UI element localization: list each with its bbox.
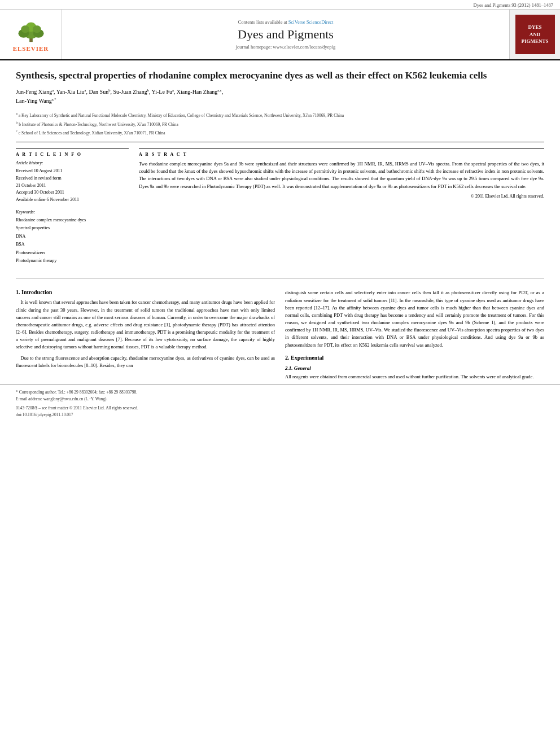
available-date: Available online 6 November 2011 <box>16 196 129 204</box>
article-info-label: A R T I C L E I N F O <box>16 148 129 157</box>
journal-title: Dyes and Pigments <box>238 27 334 42</box>
sup-a-star: a,* <box>52 97 56 101</box>
affiliation-b: b b Institute of Photonics & Photon-Tech… <box>16 120 544 128</box>
keywords-label: Keywords: <box>16 209 129 215</box>
journal-homepage: journal homepage: www.elsevier.com/locat… <box>236 44 335 50</box>
paper-content: Synthesis, spectral properties of rhodan… <box>0 60 560 274</box>
affiliations: a a Key Laboratory of Synthetic and Natu… <box>16 111 544 136</box>
top-bar: Dyes and Pigments 93 (2012) 1481–1487 <box>0 0 560 10</box>
affiliation-c: c c School of Life Sciences and Technolo… <box>16 128 544 136</box>
accepted-date: Accepted 30 October 2011 <box>16 189 129 196</box>
dyes-logo: DYES AND PIGMENTS <box>515 15 555 54</box>
corresponding-footnote: * Corresponding author. Tel.: +86 29 883… <box>16 389 544 396</box>
main-body: 1. Introduction It is well known that se… <box>0 283 560 384</box>
article-info-col: A R T I C L E I N F O Article history: R… <box>16 148 129 265</box>
elsevier-logo-box: ELSEVIER <box>0 10 62 59</box>
received-date: Received 10 August 2011 <box>16 168 129 175</box>
experimental-heading: 2. Experimental <box>285 355 544 361</box>
footnote-area: * Corresponding author. Tel.: +86 29 883… <box>0 384 560 421</box>
body-right-col: distinguish some certain cells and selec… <box>285 289 544 384</box>
journal-header: ELSEVIER Contents lists available at Sci… <box>0 10 560 60</box>
separator-line <box>16 142 544 142</box>
issn-line: 0143-7208/$ – see front matter © 2011 El… <box>16 405 544 418</box>
body-two-col: 1. Introduction It is well known that se… <box>16 289 544 384</box>
right-para1: distinguish some certain cells and selec… <box>285 289 544 348</box>
revised-date: 21 October 2011 <box>16 182 129 190</box>
kw-1: Rhodanine complex merocyanine dyes <box>16 216 129 224</box>
kw-2: Spectral properties <box>16 224 129 232</box>
paper-title: Synthesis, spectral properties of rhodan… <box>16 69 544 82</box>
intro-body-text: It is well known that several approaches… <box>16 299 275 369</box>
author-yile: Yi-Le Fu <box>152 89 172 95</box>
body-separator <box>16 278 544 279</box>
right-body-text: distinguish some certain cells and selec… <box>285 289 544 348</box>
right-para2: All reagents were obtained from commerci… <box>285 373 544 381</box>
author-sujuan: Su-Juan Zhang <box>113 89 147 95</box>
elsevier-tree-icon <box>11 18 51 43</box>
keywords-block: Keywords: Rhodanine complex merocyanine … <box>16 209 129 265</box>
authors: Jun-Feng Xianga, Yan-Xia Liua, Dan Sunb,… <box>16 88 544 106</box>
sciverse-link[interactable]: SciVerse ScienceDirect <box>288 19 334 25</box>
exp-section-num: 2. <box>285 355 290 361</box>
sup-a2: a <box>85 88 86 92</box>
article-info-abstract: A R T I C L E I N F O Article history: R… <box>16 148 544 265</box>
right-para2-text: All reagents were obtained from commerci… <box>285 373 544 381</box>
abstract-paragraph: Two rhodanine complex merocyanine dyes 9… <box>139 160 544 190</box>
svg-point-6 <box>32 25 41 33</box>
author-junfeng: Jun-Feng Xiang <box>16 89 52 95</box>
journal-citation: Dyes and Pigments 93 (2012) 1481–1487 <box>474 2 553 8</box>
kw-4: BSA <box>16 241 129 248</box>
intro-para2: Due to the strong fluorescence and absor… <box>16 355 275 369</box>
intro-heading: 1. Introduction <box>16 289 275 295</box>
dyes-pigments-logo-box: DYES AND PIGMENTS <box>509 10 560 59</box>
author-lanying: Lan-Ying Wang <box>16 98 52 104</box>
kw-3: DNA <box>16 233 129 241</box>
sup-b1: b <box>108 88 110 92</box>
affiliation-a: a a Key Laboratory of Synthetic and Natu… <box>16 111 544 119</box>
abstract-label: A B S T R A C T <box>139 148 544 157</box>
copyright-line: © 2011 Elsevier Ltd. All rights reserved… <box>139 194 544 199</box>
general-subheading: 2.1. General <box>285 365 544 371</box>
kw-5: Photosensitizers <box>16 249 129 257</box>
history-label: Article history: <box>16 160 129 165</box>
email-footnote: E-mail address: wanglany@nwu.edu.cn (L.-… <box>16 396 544 403</box>
intro-para1: It is well known that several approaches… <box>16 299 275 351</box>
doi-text: doi:10.1016/j.dyepig.2011.10.017 <box>16 412 73 417</box>
svg-point-5 <box>21 25 29 33</box>
author-xianghan: Xiang-Han Zhang <box>177 89 217 95</box>
abstract-col: A B S T R A C T Two rhodanine complex me… <box>139 148 544 265</box>
body-left-col: 1. Introduction It is well known that se… <box>16 289 275 384</box>
abstract-text: Two rhodanine complex merocyanine dyes 9… <box>139 160 544 190</box>
kw-6: Photodynamic therapy <box>16 257 129 265</box>
sup-ac: a,c <box>217 88 221 92</box>
intro-section-num: 1. <box>16 289 20 295</box>
author-yanxia: Yan-Xia Liu <box>56 89 85 95</box>
revised-label: Received in revised form <box>16 175 129 182</box>
sup-a1: a <box>52 88 54 92</box>
journal-center: Contents lists available at SciVerse Sci… <box>62 10 509 59</box>
contents-line: Contents lists available at SciVerse Sci… <box>238 19 334 25</box>
issn-text: 0143-7208/$ – see front matter © 2011 El… <box>16 405 138 410</box>
intro-section-title: Introduction <box>21 289 52 295</box>
sup-a3: a <box>172 88 174 92</box>
exp-section-title: Experimental <box>291 355 323 361</box>
author-dan: Dan Sun <box>89 89 108 95</box>
elsevier-brand-text: ELSEVIER <box>13 45 49 52</box>
sup-b2: b <box>147 88 149 92</box>
svg-rect-7 <box>30 38 32 42</box>
